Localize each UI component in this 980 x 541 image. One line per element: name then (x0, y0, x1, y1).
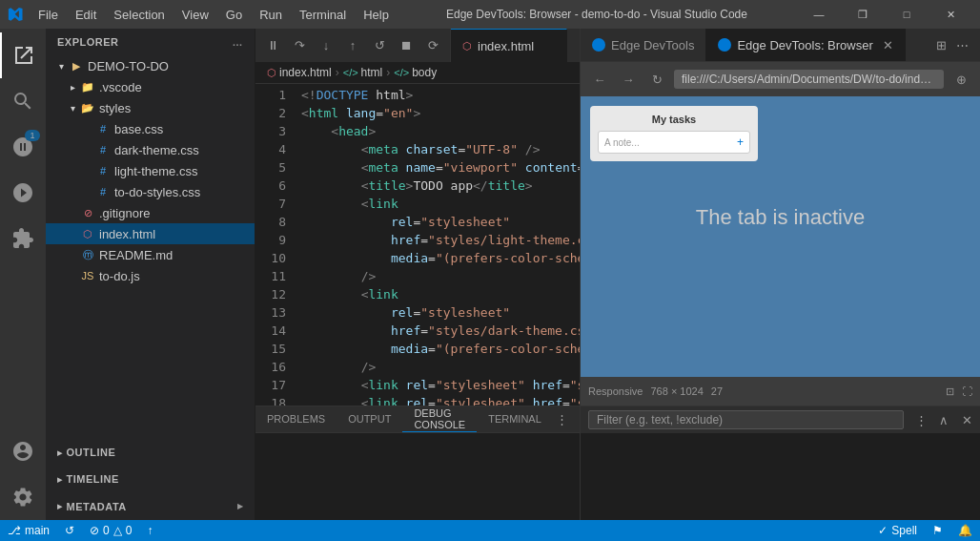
base-css-file[interactable]: # base.css (46, 118, 255, 139)
status-right: ✓ Spell ⚑ 🔔 (870, 520, 980, 541)
debug-console-tab[interactable]: DEBUG CONSOLE (402, 406, 477, 432)
filter-icon[interactable]: ⋮ (553, 410, 572, 429)
todo-styles-file[interactable]: # to-do-styles.css (46, 181, 255, 202)
refresh-button[interactable]: ↻ (645, 68, 668, 91)
explorer-icon[interactable] (0, 32, 46, 78)
errors-count: 0 (103, 524, 110, 537)
new-file-icon[interactable]: … (233, 36, 244, 48)
code-content[interactable]: <!DOCTYPE html> <html lang="en"> <head> … (294, 84, 580, 406)
settings-icon[interactable] (0, 474, 46, 520)
filter-options-icon[interactable]: ⋮ (911, 410, 930, 429)
source-control-icon[interactable]: 1 (0, 124, 46, 170)
activity-bar: 1 (0, 29, 46, 520)
filter-x-icon[interactable]: ✕ (957, 410, 976, 429)
edge-browser-tab[interactable]: Edge DevTools: Browser ✕ (706, 29, 905, 61)
devtools-tab-actions: ⊞ ⋯ (925, 29, 980, 61)
editor-tab-bar: ⏸ ↷ ↓ ↑ ↺ ⏹ ⟳ ⬡ index.html ✕ (255, 29, 580, 62)
publish-status[interactable]: ↑ (139, 520, 160, 541)
menu-selection[interactable]: Selection (106, 6, 172, 24)
minimize-button[interactable]: — (797, 0, 841, 29)
panel-actions: ⋮ ∧ ✕ (553, 406, 580, 432)
index-html-file[interactable]: ⬡ index.html (46, 223, 255, 244)
menu-help[interactable]: Help (356, 6, 397, 24)
back-button[interactable]: ← (588, 68, 611, 91)
code-line: <head> (294, 122, 580, 140)
code-line: <!DOCTYPE html> (294, 86, 580, 104)
timeline-label: TIMELINE (67, 473, 119, 485)
menu-view[interactable]: View (174, 6, 216, 24)
bell-status[interactable]: 🔔 (950, 520, 980, 541)
restart-button[interactable]: ⟳ (421, 34, 444, 57)
restore-button[interactable]: ❒ (841, 0, 885, 29)
menu-terminal[interactable]: Terminal (292, 6, 354, 24)
screenshot-icon[interactable]: ⊕ (949, 68, 972, 91)
todo-js-file[interactable]: JS to-do.js (46, 265, 255, 286)
metadata-expand-icon[interactable]: ▸ (237, 500, 244, 512)
timeline-section[interactable]: ▸ TIMELINE (46, 466, 255, 492)
stop-button[interactable]: ⏹ (395, 34, 418, 57)
output-tab[interactable]: OUTPUT (337, 406, 402, 432)
pause-button[interactable]: ⏸ (261, 34, 284, 57)
branch-status[interactable]: ⎇ main (0, 520, 57, 541)
step-out-button[interactable]: ↑ (341, 34, 364, 57)
flag-status[interactable]: ⚑ (925, 520, 950, 541)
address-bar[interactable]: file:///C:/Users/Admin/Documents/DW/to-d… (674, 70, 944, 89)
devtools-more-icon[interactable]: ⋯ (952, 34, 972, 56)
maximize-button[interactable]: □ (885, 0, 929, 29)
app-preview: My tasks A note... + (590, 106, 758, 161)
gitignore-file[interactable]: ⊘ .gitignore (46, 202, 255, 223)
responsive-label[interactable]: Responsive (588, 385, 643, 397)
styles-folder[interactable]: ▾ 📂 styles (46, 97, 255, 118)
branch-name: main (25, 524, 50, 537)
readme-file[interactable]: ⓜ README.md (46, 244, 255, 265)
index-html-tab[interactable]: ⬡ index.html ✕ (451, 29, 567, 62)
menu-run[interactable]: Run (252, 6, 290, 24)
dark-theme-file[interactable]: # dark-theme.css (46, 139, 255, 160)
breadcrumb: ⬡ index.html › </> html › </> body (255, 62, 580, 84)
edge-devtools-tab[interactable]: Edge DevTools (581, 29, 706, 61)
close-button[interactable]: ✕ (929, 0, 972, 29)
css-file-icon: # (95, 184, 111, 199)
extensions-icon[interactable] (0, 216, 46, 261)
breadcrumb-sep-2: › (386, 66, 390, 79)
project-root[interactable]: ▾ ▶ DEMO-TO-DO (46, 55, 255, 76)
css-file-icon: # (95, 142, 111, 157)
css-file-icon: # (95, 121, 111, 136)
search-icon[interactable] (0, 78, 46, 124)
folder-icon: ▶ (69, 58, 84, 73)
vscode-folder[interactable]: ▸ 📁 .vscode (46, 76, 255, 97)
devtools-layout-icon[interactable]: ⊞ (932, 34, 950, 56)
problems-tab[interactable]: PROBLEMS (255, 406, 337, 432)
filter-input[interactable]: Filter (e.g. text, !exclude) (588, 410, 904, 429)
run-debug-icon[interactable] (0, 170, 46, 216)
terminal-tab[interactable]: TERMINAL (477, 406, 553, 432)
step-into-button[interactable]: ↓ (315, 34, 337, 57)
devtools-tab-close-icon[interactable]: ✕ (883, 38, 893, 52)
breadcrumb-body[interactable]: </> body (394, 66, 437, 79)
panel-minimize-icon[interactable]: ∧ (576, 410, 580, 429)
code-editor[interactable]: 12345 678910 1112131415 16171819 <!DOCTY… (255, 84, 580, 406)
edge-devtools-label: Edge DevTools (611, 38, 694, 52)
menu-go[interactable]: Go (218, 6, 250, 24)
emulate-icon[interactable]: ⊡ (946, 385, 954, 398)
menu-edit[interactable]: Edit (68, 6, 104, 24)
step-over-button[interactable]: ↷ (288, 34, 311, 57)
filter-close-icon[interactable]: ∧ (934, 410, 953, 429)
window-controls: — ❒ □ ✕ (797, 0, 972, 29)
breadcrumb-html[interactable]: </> html (343, 66, 383, 79)
forward-button[interactable]: → (617, 68, 640, 91)
code-line: <meta charset="UTF-8" /> (294, 140, 580, 158)
outline-section[interactable]: ▸ OUTLINE (46, 439, 255, 466)
html-bc-icon: ⬡ (267, 67, 276, 79)
errors-status[interactable]: ⊘ 0 △ 0 (82, 520, 139, 541)
accounts-icon[interactable] (0, 428, 46, 474)
metadata-section[interactable]: ▸ METADATA ▸ (46, 492, 255, 520)
continue-button[interactable]: ↺ (368, 34, 391, 57)
menu-file[interactable]: File (31, 6, 66, 24)
spell-status[interactable]: ✓ Spell (870, 520, 925, 541)
sync-status[interactable]: ↺ (57, 520, 82, 541)
light-theme-file[interactable]: # light-theme.css (46, 160, 255, 181)
checkmark-icon: ✓ (878, 524, 888, 537)
inspect-icon[interactable]: ⛶ (962, 385, 972, 397)
breadcrumb-file[interactable]: ⬡ index.html (267, 66, 332, 79)
